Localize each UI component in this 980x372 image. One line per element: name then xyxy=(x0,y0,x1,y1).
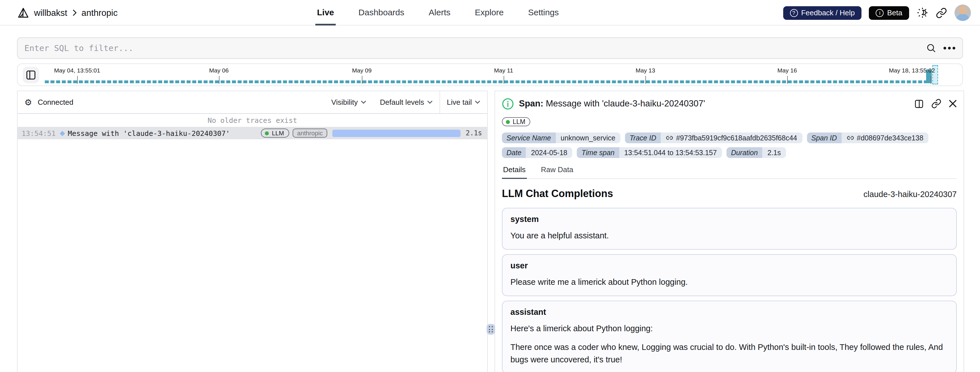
breadcrumb-chevron-icon xyxy=(72,9,77,16)
share-link-icon[interactable] xyxy=(936,7,947,18)
connection-status: Connected xyxy=(38,98,73,106)
nav-tab-dashboards[interactable]: Dashboards xyxy=(357,0,406,25)
timeline-activity-bars xyxy=(45,80,926,83)
theme-toggle-icon[interactable] xyxy=(916,7,928,19)
span-header: Span: Message with 'claude-3-haiku-20240… xyxy=(502,96,957,111)
chevron-down-icon xyxy=(427,100,433,104)
timeline-label: May 18, 13:55:02 xyxy=(889,67,935,74)
span-meta-row-time: Date 2024-05-18 Time span 13:54:51.044 t… xyxy=(502,147,957,158)
visibility-label: Visibility xyxy=(331,98,358,106)
beta-button[interactable]: i Beta xyxy=(869,6,909,19)
default-levels-label: Default levels xyxy=(380,98,424,106)
main-nav: Live Dashboards Alerts Explore Settings xyxy=(315,0,561,25)
top-bar-actions: ? Feedback / Help i Beta xyxy=(783,0,971,25)
gear-icon[interactable]: ⚙ xyxy=(24,97,32,107)
green-dot-icon xyxy=(265,131,269,135)
grip-dots-icon xyxy=(489,326,493,332)
info-circle-icon: i xyxy=(876,9,884,17)
timeline-label: May 04, 13:55:01 xyxy=(54,67,100,74)
span-diamond-icon: ◆ xyxy=(60,129,65,137)
detail-tabs: Details Raw Data xyxy=(502,165,957,179)
span-title-text: Message with 'claude-3-haiku-20240307' xyxy=(546,98,705,108)
chevron-down-icon xyxy=(475,100,480,104)
tab-details[interactable]: Details xyxy=(502,165,527,179)
beta-label: Beta xyxy=(887,8,903,17)
copy-link-icon[interactable] xyxy=(931,98,942,109)
link-icon xyxy=(846,134,854,142)
trace-id-badge[interactable]: Trace ID #973fba5919cf9c618aafdb2635f68c… xyxy=(625,133,802,143)
visibility-dropdown[interactable]: Visibility xyxy=(325,91,373,113)
llm-tag: LLM xyxy=(261,128,289,138)
link-icon xyxy=(666,134,673,142)
green-dot-icon xyxy=(506,120,510,124)
breadcrumb-project[interactable]: anthropic xyxy=(81,8,118,18)
more-options-icon[interactable] xyxy=(943,46,956,50)
meta-key: Service Name xyxy=(502,133,555,143)
model-name: claude-3-haiku-20240307 xyxy=(864,190,957,199)
trace-timestamp: 13:54:51 xyxy=(22,129,56,137)
span-llm-tag: LLM xyxy=(502,117,531,126)
timeline-tick xyxy=(504,76,504,84)
feedback-help-label: Feedback / Help xyxy=(801,8,855,17)
timeline-histogram[interactable]: May 04, 13:55:01 May 06 May 09 May 11 Ma… xyxy=(17,63,963,86)
close-icon[interactable] xyxy=(949,100,957,108)
timeline-tick xyxy=(362,76,363,84)
meta-value: #973fba5919cf9c618aafdb2635f68c44 xyxy=(676,134,797,142)
question-circle-icon: ? xyxy=(790,9,798,17)
date-badge: Date 2024-05-18 xyxy=(502,147,573,158)
live-tail-label: Live tail xyxy=(447,98,472,106)
timeline-label: May 16 xyxy=(778,67,797,74)
trace-duration-label: 2.1s xyxy=(466,129,482,137)
span-detail-panel: Span: Message with 'claude-3-haiku-20240… xyxy=(495,90,964,372)
time-span-badge: Time span 13:54:51.044 to 13:54:53.157 xyxy=(577,147,722,158)
nav-tab-alerts[interactable]: Alerts xyxy=(427,0,452,25)
llm-tag-label: LLM xyxy=(272,130,284,136)
logfire-logo-icon[interactable] xyxy=(17,6,30,19)
panel-resize-handle[interactable] xyxy=(487,324,495,335)
nav-tab-settings[interactable]: Settings xyxy=(526,0,560,25)
breadcrumb-org[interactable]: willbakst xyxy=(34,8,67,18)
trace-message: Message with 'claude-3-haiku-20240307' xyxy=(68,129,230,137)
sidebar-toggle-icon[interactable] xyxy=(23,67,39,83)
message-text: You are a helpful assistant. xyxy=(511,230,948,242)
timeline-label: May 11 xyxy=(494,67,513,74)
llm-section-header: LLM Chat Completions claude-3-haiku-2024… xyxy=(502,188,957,200)
meta-value: 2024-05-18 xyxy=(526,147,573,158)
meta-key: Span ID xyxy=(807,133,842,143)
top-bar: willbakst anthropic Live Dashboards Aler… xyxy=(0,0,980,25)
duration-badge: Duration 2.1s xyxy=(727,147,786,158)
sql-filter-bar[interactable]: Enter SQL to filter... xyxy=(17,37,963,59)
trace-duration-bar[interactable] xyxy=(332,129,460,137)
no-older-traces-message: No older traces exist xyxy=(18,114,487,127)
user-avatar[interactable] xyxy=(955,5,971,21)
span-id-badge[interactable]: Span ID #d08697de343ce138 xyxy=(807,133,928,143)
meta-value: 2.1s xyxy=(762,147,786,158)
timeline-tick xyxy=(77,76,78,84)
timeline-tick xyxy=(219,76,220,84)
live-tail-dropdown[interactable]: Live tail xyxy=(440,91,487,113)
app-window: willbakst anthropic Live Dashboards Aler… xyxy=(0,0,980,372)
nav-tab-explore[interactable]: Explore xyxy=(473,0,506,25)
chevron-down-icon xyxy=(361,100,366,104)
layout-panel-icon[interactable] xyxy=(914,99,924,108)
timeline-label: May 13 xyxy=(636,67,655,74)
timeline-tick xyxy=(645,76,646,84)
span-title-prefix: Span: xyxy=(519,98,543,108)
tab-raw-data[interactable]: Raw Data xyxy=(540,165,574,179)
search-icon[interactable] xyxy=(926,43,936,53)
timeline-label: May 06 xyxy=(209,67,229,74)
nav-tab-live[interactable]: Live xyxy=(315,0,336,25)
feedback-help-button[interactable]: ? Feedback / Help xyxy=(783,6,861,19)
sql-filter-placeholder: Enter SQL to filter... xyxy=(24,44,133,53)
message-card-user: user Please write me a limerick about Py… xyxy=(502,254,957,296)
default-levels-dropdown[interactable]: Default levels xyxy=(373,91,439,113)
message-role: assistant xyxy=(511,307,948,316)
service-tag: anthropic xyxy=(293,128,328,138)
message-card-assistant: assistant Here's a limerick about Python… xyxy=(502,301,957,372)
trace-row[interactable]: 13:54:51 ◆ Message with 'claude-3-haiku-… xyxy=(18,127,487,139)
meta-value: #d08697de343ce138 xyxy=(857,134,923,142)
timeline-tick xyxy=(787,76,788,84)
meta-value: unknown_service xyxy=(555,133,620,143)
message-text: There once was a coder who knew, Logging… xyxy=(511,342,948,366)
message-text: Here's a limerick about Python logging: xyxy=(511,323,948,335)
